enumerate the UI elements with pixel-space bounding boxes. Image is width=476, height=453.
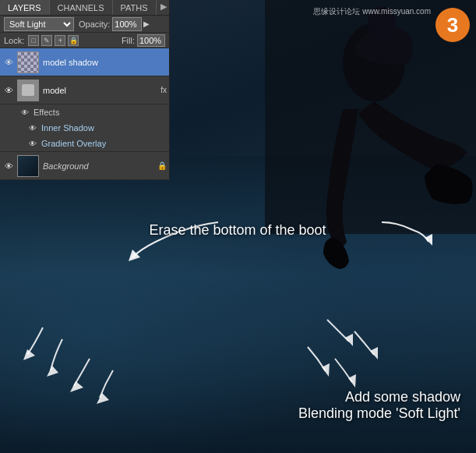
- blend-mode-row: Soft Light Opacity: ▶: [0, 16, 169, 33]
- lock-image[interactable]: ✎: [41, 35, 52, 46]
- visibility-model-shadow[interactable]: 👁: [2, 56, 15, 69]
- blend-mode-select[interactable]: Soft Light: [4, 17, 74, 31]
- visibility-background[interactable]: 👁: [2, 160, 15, 172]
- watermark: 思缘设计论坛 www.missyuan.com: [313, 6, 431, 17]
- thumb-background: [17, 155, 39, 177]
- tabs-bar: LAYERS CHANNELS PATHS ▶: [0, 0, 169, 16]
- step-badge: 3: [435, 8, 470, 42]
- layer-name-background: Background: [43, 161, 156, 171]
- lock-position[interactable]: +: [55, 35, 65, 46]
- visibility-inner-shadow[interactable]: 👁: [26, 122, 39, 134]
- effects-label: Effects: [33, 108, 59, 117]
- shadow-annotation: Add some shadow Blending mode 'Soft Ligh…: [242, 389, 460, 422]
- thumb-model: [17, 80, 39, 101]
- tab-paths[interactable]: PATHS: [113, 0, 157, 15]
- visibility-model[interactable]: 👁: [2, 84, 15, 97]
- effect-gradient-overlay[interactable]: 👁 Gradient Overlay: [0, 136, 169, 151]
- layer-name-model: model: [43, 86, 159, 95]
- effects-header[interactable]: 👁 Effects: [0, 104, 169, 120]
- layers-panel: LAYERS CHANNELS PATHS ▶ Soft Light Opaci…: [0, 0, 170, 180]
- tab-channels[interactable]: CHANNELS: [50, 0, 113, 15]
- visibility-effects[interactable]: 👁: [19, 106, 31, 119]
- effect-name-inner-shadow: Inner Shadow: [41, 123, 94, 133]
- effect-name-gradient-overlay: Gradient Overlay: [41, 139, 106, 148]
- tab-layers[interactable]: LAYERS: [0, 0, 50, 15]
- lock-all[interactable]: 🔒: [68, 35, 79, 46]
- effect-inner-shadow[interactable]: 👁 Inner Shadow: [0, 120, 169, 136]
- layer-model-shadow[interactable]: 👁 model shadow: [0, 48, 169, 76]
- effects-group: 👁 Effects 👁 Inner Shadow 👁 Gradient Over…: [0, 104, 169, 152]
- lock-row: Lock: □ ✎ + 🔒 Fill:: [0, 33, 169, 48]
- background-lock-icon: 🔒: [157, 161, 167, 170]
- lock-label: Lock:: [4, 36, 24, 45]
- layer-name-model-shadow: model shadow: [43, 58, 167, 67]
- layer-background[interactable]: 👁 Background 🔒: [0, 152, 169, 180]
- opacity-input[interactable]: [112, 17, 142, 31]
- fill-label: Fill:: [122, 36, 135, 45]
- lock-transparency[interactable]: □: [28, 35, 39, 46]
- opacity-arrow[interactable]: ▶: [143, 19, 150, 28]
- visibility-gradient-overlay[interactable]: 👁: [26, 137, 39, 150]
- lock-icons: □ ✎ + 🔒: [28, 35, 79, 46]
- panel-options-button[interactable]: ▶: [157, 0, 171, 15]
- thumb-model-shadow: [17, 51, 39, 73]
- layer-model-group: 👁 model fx 👁 Effects 👁 Inner Shadow 👁 Gr…: [0, 76, 169, 152]
- fill-input[interactable]: [137, 34, 165, 47]
- fx-badge: fx: [160, 86, 167, 94]
- layer-model[interactable]: 👁 model fx: [0, 76, 169, 104]
- opacity-label: Opacity:: [79, 19, 110, 29]
- erase-annotation: Erase the bottom of the boot: [101, 222, 374, 239]
